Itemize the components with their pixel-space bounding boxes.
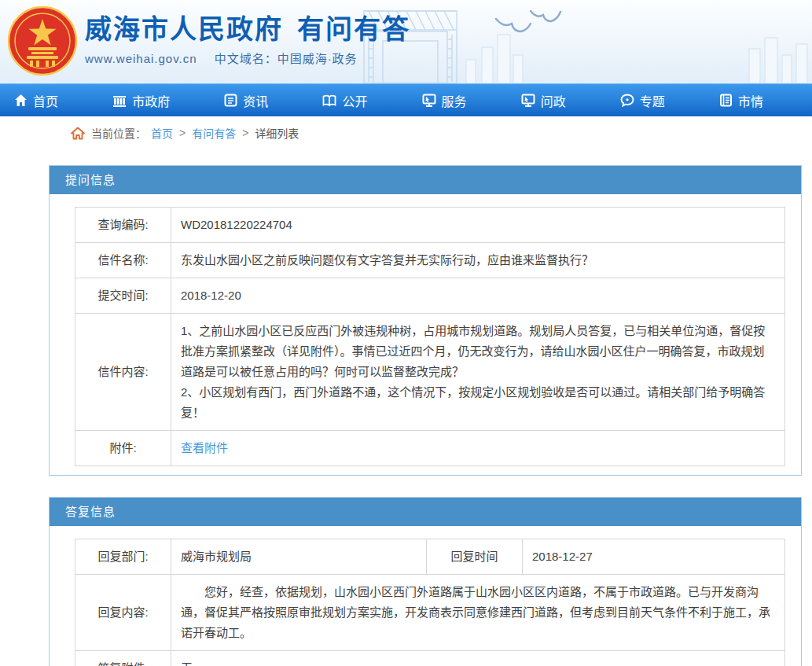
site-brand: 威海市人民政府有问有答 www.weihai.gov.cn中文域名：中国威海·政… bbox=[85, 13, 410, 66]
breadcrumb-link-qa[interactable]: 有问有答 bbox=[192, 125, 236, 141]
reply-panel-body: 回复部门: 威海市规划局 回复时间 2018-12-27 回复内容: 您好，经查… bbox=[50, 526, 801, 666]
question-panel-body: 查询编码: WD20181220224704 信件名称: 东发山水园小区之前反映… bbox=[50, 194, 801, 475]
open-book-icon bbox=[322, 94, 336, 107]
city-book-icon bbox=[719, 94, 733, 107]
national-emblem-logo bbox=[8, 6, 77, 75]
letter-name-label: 信件名称: bbox=[75, 243, 171, 278]
reply-dept-value: 威海市规划局 bbox=[171, 539, 427, 575]
table-row-reply-dept: 回复部门: 威海市规划局 回复时间 2018-12-27 bbox=[75, 539, 785, 575]
reply-panel-title: 答复信息 bbox=[50, 498, 801, 526]
letter-content-value: 1、之前山水园小区已反应西门外被违规种树，占用城市规划道路。规划局人员答复，已与… bbox=[171, 314, 785, 431]
politics-monitor-icon bbox=[521, 94, 535, 107]
view-attachment-link[interactable]: 查看附件 bbox=[181, 441, 228, 454]
submit-time-value: 2018-12-20 bbox=[171, 278, 785, 314]
question-table: 查询编码: WD20181220224704 信件名称: 东发山水园小区之前反映… bbox=[75, 207, 785, 466]
site-page-name: 有问有答 bbox=[297, 14, 410, 44]
submit-time-label: 提交时间: bbox=[75, 278, 171, 314]
table-row-letter-content: 信件内容: 1、之前山水园小区已反应西门外被违规种树，占用城市规划道路。规划局人… bbox=[75, 314, 785, 431]
seagulls-icon bbox=[496, 11, 560, 31]
table-row-reply-content: 回复内容: 您好，经查，依据规划，山水园小区西门外道路属于山水园小区区内道路，不… bbox=[75, 575, 785, 651]
reply-content-value: 您好，经查，依据规划，山水园小区西门外道路属于山水园小区区内道路，不属于市政道路… bbox=[171, 575, 785, 651]
reply-time-value: 2018-12-27 bbox=[523, 539, 785, 575]
nav-item-topics[interactable]: 专题 bbox=[620, 91, 665, 110]
nav-label: 市政府 bbox=[132, 91, 170, 110]
nav-label: 专题 bbox=[640, 91, 665, 110]
reply-panel: 答复信息 回复部门: 威海市规划局 回复时间 2018-12-27 回复内容: … bbox=[49, 497, 802, 666]
breadcrumb-label: 当前位置： bbox=[91, 125, 146, 141]
nav-label: 首页 bbox=[33, 91, 58, 110]
buildings-outline-icon bbox=[466, 35, 807, 83]
breadcrumb-current: 详细列表 bbox=[255, 125, 299, 141]
reply-time-label: 回复时间 bbox=[427, 539, 523, 575]
topic-bubble-icon bbox=[620, 94, 634, 107]
nav-item-news[interactable]: 资讯 bbox=[224, 91, 268, 110]
attachment-cell: 查看附件 bbox=[171, 431, 785, 466]
nav-label: 问政 bbox=[541, 91, 566, 110]
nav-label: 公开 bbox=[342, 91, 367, 110]
reply-table: 回复部门: 威海市规划局 回复时间 2018-12-27 回复内容: 您好，经查… bbox=[75, 539, 785, 666]
main-nav: 首页 市政府 资讯 公开 服务 问政 专题 市情 bbox=[0, 83, 812, 116]
service-monitor-icon bbox=[422, 94, 436, 107]
nav-item-home[interactable]: 首页 bbox=[14, 91, 58, 110]
table-row-letter-name: 信件名称: 东发山水园小区之前反映问题仅有文字答复并无实际行动，应由谁来监督执行… bbox=[75, 243, 785, 278]
reply-attachment-label: 答复附件: bbox=[75, 651, 171, 666]
breadcrumb: 当前位置： 首页 > 有问有答 > 详细列表 bbox=[0, 116, 812, 149]
news-icon bbox=[224, 94, 237, 107]
table-row-attachment: 附件: 查看附件 bbox=[75, 431, 785, 466]
query-code-value: WD20181220224704 bbox=[171, 208, 785, 243]
site-subtitle: www.weihai.gov.cn中文域名：中国威海·政务 bbox=[85, 50, 410, 66]
nav-item-city-info[interactable]: 市情 bbox=[719, 91, 763, 110]
question-panel: 提问信息 查询编码: WD20181220224704 信件名称: 东发山水园小… bbox=[49, 165, 802, 476]
nav-item-open[interactable]: 公开 bbox=[322, 91, 367, 110]
home-icon bbox=[14, 94, 28, 107]
reply-attachment-value: 无 bbox=[171, 651, 785, 666]
question-panel-title: 提问信息 bbox=[50, 166, 801, 194]
nav-item-services[interactable]: 服务 bbox=[422, 91, 467, 110]
breadcrumb-separator: > bbox=[242, 127, 248, 139]
page: 威海市人民政府有问有答 www.weihai.gov.cn中文域名：中国威海·政… bbox=[0, 0, 812, 666]
nav-label: 服务 bbox=[442, 91, 467, 110]
reply-content-label: 回复内容: bbox=[75, 575, 171, 651]
table-row-query-code: 查询编码: WD20181220224704 bbox=[75, 208, 785, 243]
attachment-label: 附件: bbox=[75, 431, 171, 466]
breadcrumb-link-home[interactable]: 首页 bbox=[151, 125, 173, 141]
site-domain-note: 中文域名：中国威海·政务 bbox=[215, 52, 358, 65]
nav-label: 资讯 bbox=[243, 91, 268, 110]
table-row-reply-attachment: 答复附件: 无 bbox=[75, 651, 785, 666]
nav-item-politics[interactable]: 问政 bbox=[521, 91, 566, 110]
query-code-label: 查询编码: bbox=[75, 208, 171, 243]
site-name: 威海市人民政府 bbox=[85, 14, 283, 44]
breadcrumb-home-icon bbox=[71, 127, 85, 140]
site-title: 威海市人民政府有问有答 bbox=[85, 13, 410, 45]
government-building-icon bbox=[112, 94, 127, 107]
letter-name-value: 东发山水园小区之前反映问题仅有文字答复并无实际行动，应由谁来监督执行？ bbox=[171, 243, 785, 278]
table-row-submit-time: 提交时间: 2018-12-20 bbox=[75, 278, 785, 314]
nav-item-government[interactable]: 市政府 bbox=[112, 91, 170, 110]
letter-content-label: 信件内容: bbox=[75, 314, 171, 431]
nav-label: 市情 bbox=[738, 91, 763, 110]
site-url: www.weihai.gov.cn bbox=[85, 52, 197, 65]
breadcrumb-separator: > bbox=[179, 127, 186, 139]
reply-dept-label: 回复部门: bbox=[75, 539, 171, 575]
site-header: 威海市人民政府有问有答 www.weihai.gov.cn中文域名：中国威海·政… bbox=[0, 0, 812, 83]
